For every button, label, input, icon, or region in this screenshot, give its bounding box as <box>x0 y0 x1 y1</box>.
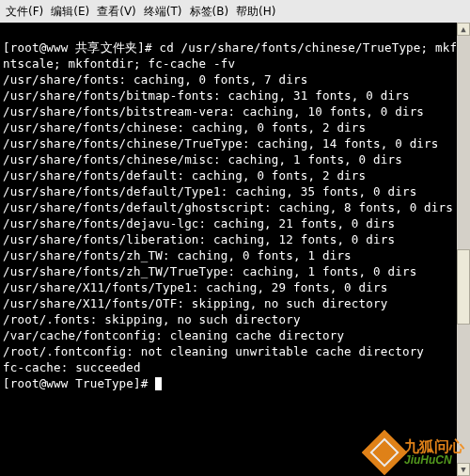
output-line: /root/.fonts: skipping, no such director… <box>3 312 301 326</box>
watermark-cn: 九狐问心 <box>404 439 464 454</box>
output-line: /usr/share/fonts/liberation: caching, 12… <box>3 232 395 246</box>
scroll-up-button[interactable]: ▲ <box>457 23 470 36</box>
output-line: /usr/share/fonts/zh_TW/TrueType: caching… <box>3 264 416 278</box>
output-line: /usr/share/fonts/chinese/misc: caching, … <box>3 152 402 167</box>
output-line: /root/.fontconfig: not cleaning unwritab… <box>3 344 424 358</box>
output-line: /usr/share/X11/fonts/OTF: skipping, no s… <box>3 296 387 310</box>
output-line: /var/cache/fontconfig: cleaning cache di… <box>3 328 344 342</box>
output-line: /usr/share/X11/fonts/Type1: caching, 29 … <box>3 280 387 294</box>
scroll-track[interactable] <box>457 36 470 463</box>
output-line: /usr/share/fonts/default: caching, 0 fon… <box>3 168 366 182</box>
terminal-output[interactable]: [root@www 共享文件夹]# cd /usr/share/fonts/ch… <box>0 23 470 392</box>
prompt-2: [root@www TrueType]# <box>3 376 155 390</box>
menu-help[interactable]: 帮助(H) <box>234 4 277 20</box>
output-line: fc-cache: succeeded <box>3 360 141 374</box>
output-line: /usr/share/fonts/dejavu-lgc: caching, 21… <box>3 216 395 230</box>
scroll-thumb[interactable] <box>457 249 470 325</box>
output-line: /usr/share/fonts/zh_TW: caching, 0 fonts… <box>3 248 352 262</box>
menu-file[interactable]: 文件(F) <box>4 4 45 20</box>
scrollbar[interactable]: ▲ ▼ <box>457 23 470 476</box>
output-line: /usr/share/fonts/default/Type1: caching,… <box>3 184 416 198</box>
prompt-1: [root@www 共享文件夹]# <box>3 40 159 55</box>
menu-tabs[interactable]: 标签(B) <box>188 4 231 20</box>
cursor <box>155 377 162 390</box>
output-line: /usr/share/fonts: caching, 0 fonts, 7 di… <box>3 72 307 87</box>
watermark-en: JiuHuCN <box>404 454 464 466</box>
menu-view[interactable]: 查看(V) <box>95 4 138 20</box>
menu-bar: 文件(F) 编辑(E) 查看(V) 终端(T) 标签(B) 帮助(H) <box>0 0 470 23</box>
output-line: /usr/share/fonts/default/ghostscript: ca… <box>3 200 453 214</box>
output-line: /usr/share/fonts/chinese: caching, 0 fon… <box>3 120 366 135</box>
output-line: /usr/share/fonts/bitstream-vera: caching… <box>3 104 424 119</box>
output-line: /usr/share/fonts/chinese/TrueType: cachi… <box>3 136 439 151</box>
menu-edit[interactable]: 编辑(E) <box>49 4 91 20</box>
watermark: 九狐问心 JiuHuCN <box>368 436 464 468</box>
watermark-logo-icon <box>362 430 407 475</box>
menu-terminal[interactable]: 终端(T) <box>142 4 184 20</box>
output-line: /usr/share/fonts/bitmap-fonts: caching, … <box>3 88 410 103</box>
